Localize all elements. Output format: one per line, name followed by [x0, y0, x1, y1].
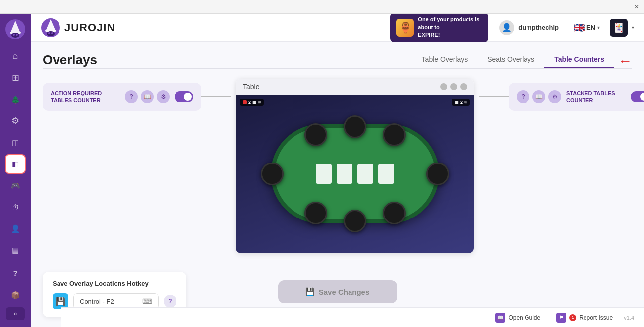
gamepad-icon: 🎮	[11, 181, 20, 190]
counter-left-num: 2	[248, 100, 251, 105]
game-selector[interactable]: 🃏	[610, 19, 628, 37]
book-icon: 📖	[144, 93, 151, 100]
hotkey-help-button[interactable]: ?	[164, 295, 176, 308]
seat-middle-right	[426, 163, 449, 185]
seat-top-left	[304, 123, 327, 146]
expire-banner[interactable]: 🏺 One of your products is about to EXPIR…	[390, 14, 488, 42]
open-guide-label: Open Guide	[508, 314, 540, 321]
left-counter-icons: ? 📖 ⚙	[125, 90, 170, 103]
flag-icon: 🇬🇧	[574, 22, 585, 33]
top-bar: JUROJIN 🏺 One of your products is about …	[31, 14, 644, 42]
right-counter-icons: ? 📖 ⚙	[517, 90, 561, 103]
counter-right-extra: ⊞	[464, 100, 467, 104]
counter-left-icon: ▦	[252, 100, 256, 105]
sidebar-item-dashboard[interactable]: ⊞	[5, 68, 26, 87]
sidebar-item-table[interactable]: ▤	[5, 240, 26, 260]
sidebar-expand-button[interactable]: »	[6, 307, 25, 320]
right-counter-toggle[interactable]	[631, 91, 644, 102]
tab-seats-overlays[interactable]: Seats Overlays	[477, 52, 544, 68]
poker-table	[271, 124, 439, 223]
hotkey-value: Control - F2	[80, 298, 114, 305]
app-wrapper: ⌂ ⊞ 🌲 ⚙ ◫ ◧ 🎮 ⏱ 👤 ▤ ?	[0, 14, 644, 327]
left-counter-label: ACTION REQUIRED TABLES COUNTER	[51, 90, 120, 104]
page-title: Overlays	[43, 53, 97, 68]
card-1	[316, 164, 332, 184]
home-icon: ⌂	[13, 51, 18, 61]
logo-text: JUROJIN	[64, 21, 115, 34]
svg-point-4	[13, 34, 15, 36]
sidebar-item-settings[interactable]: ⚙	[5, 111, 26, 130]
seat-bottom-right	[383, 202, 406, 224]
counter-left-extra: ⊞	[258, 100, 261, 104]
tab-arrow: ←	[618, 54, 632, 68]
svg-point-3	[11, 33, 19, 38]
tabs-divider	[43, 68, 632, 69]
svg-point-9	[47, 31, 55, 36]
svg-point-11	[51, 32, 53, 34]
sidebar-item-help[interactable]: ?	[5, 264, 26, 283]
avatar-icon: 👤	[502, 23, 512, 32]
sidebar: ⌂ ⊞ 🌲 ⚙ ◫ ◧ 🎮 ⏱ 👤 ▤ ?	[0, 14, 31, 327]
sidebar-item-layers[interactable]: ◫	[5, 133, 26, 152]
right-counter-question-button[interactable]: ?	[517, 90, 529, 103]
left-counter-question-button[interactable]: ?	[125, 90, 138, 103]
tab-table-counters[interactable]: Table Counters	[544, 52, 614, 68]
sidebar-logo[interactable]	[5, 19, 26, 40]
right-counter-label: STACKED TABLES COUNTER	[566, 90, 626, 104]
card-4	[378, 164, 394, 184]
card-2	[337, 164, 352, 184]
win-btn-1	[440, 83, 447, 90]
minimize-button[interactable]: ─	[622, 3, 629, 10]
tabs: Table Overlays Seats Overlays Table Coun…	[412, 52, 632, 68]
save-changes-bar: 💾 Save Changes	[278, 280, 397, 303]
floppy-icon: 💾	[56, 297, 65, 306]
seat-top-right	[383, 123, 406, 146]
settings-icon: ⚙	[11, 115, 19, 126]
card-3	[357, 164, 373, 184]
right-question-icon: ?	[522, 93, 525, 100]
page-header: Overlays Table Overlays Seats Overlays T…	[43, 52, 632, 68]
sidebar-item-user[interactable]: 👤	[5, 219, 26, 238]
game-chevron-icon: ▾	[632, 25, 634, 30]
user-icon: 👤	[11, 224, 20, 233]
report-issue-button[interactable]: ⚑ 1 Report Issue	[551, 311, 618, 325]
user-section[interactable]: 👤 dumpthechip	[494, 18, 564, 37]
right-book-icon: 📖	[535, 93, 543, 100]
sidebar-item-tree[interactable]: 🌲	[5, 90, 26, 109]
dashboard-icon: ⊞	[12, 72, 19, 83]
seat-middle-left	[261, 163, 284, 185]
left-counter-book-button[interactable]: 📖	[141, 90, 154, 103]
window-controls	[440, 83, 467, 90]
table-window: Table 2 ▦	[236, 79, 474, 253]
clock-icon: ⏱	[12, 203, 19, 212]
sidebar-item-overlays[interactable]: ◧	[5, 154, 26, 174]
sidebar-item-gamepad[interactable]: 🎮	[5, 176, 26, 195]
layers-icon: ◫	[12, 138, 19, 147]
left-counter-toggle[interactable]	[175, 91, 193, 102]
table-counter-left: 2 ▦ ⊞	[240, 99, 264, 106]
keyboard-icon: ⌨	[142, 297, 152, 305]
user-name: dumpthechip	[518, 24, 559, 31]
right-gear-icon: ⚙	[552, 93, 558, 100]
seat-bottom-left	[304, 202, 327, 224]
left-counter-gear-button[interactable]: ⚙	[157, 90, 170, 103]
save-icon: 💾	[305, 287, 315, 296]
right-counter-gear-button[interactable]: ⚙	[548, 90, 561, 103]
tree-icon: 🌲	[11, 95, 20, 104]
right-counter-book-button[interactable]: 📖	[532, 90, 545, 103]
save-label: Save Changes	[319, 288, 370, 296]
report-badge: 1	[569, 314, 576, 321]
sidebar-item-clock[interactable]: ⏱	[5, 197, 26, 217]
close-button[interactable]: ✕	[633, 3, 640, 10]
open-guide-button[interactable]: 📖 Open Guide	[490, 311, 545, 325]
bottom-bar: 📖 Open Guide ⚑ 1 Report Issue v1.4	[61, 307, 644, 327]
sidebar-item-home[interactable]: ⌂	[5, 47, 26, 66]
tab-table-overlays[interactable]: Table Overlays	[412, 52, 478, 68]
help-icon: ?	[13, 270, 18, 278]
report-icon: ⚑	[556, 313, 566, 323]
expire-banner-text: One of your products is about to EXPIRE!	[418, 16, 482, 39]
sidebar-item-chest[interactable]: 📦	[5, 285, 26, 305]
gear-icon: ⚙	[161, 93, 166, 100]
language-selector[interactable]: 🇬🇧 EN ▾	[570, 20, 604, 35]
save-changes-button[interactable]: 💾 Save Changes	[278, 280, 397, 303]
